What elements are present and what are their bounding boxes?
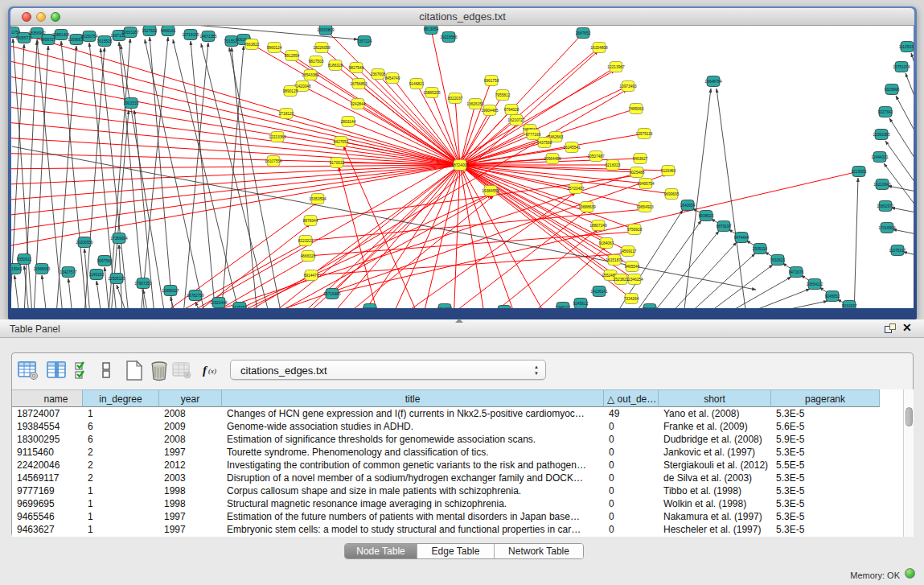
cell-pagerank[interactable]: 5.3E-5 (771, 484, 880, 497)
cell-pagerank[interactable]: 5.6E-5 (771, 420, 880, 433)
scrollbar-thumb[interactable] (906, 407, 913, 426)
cell-out_de[interactable]: 0 (604, 484, 659, 497)
panel-divider-handle[interactable] (455, 319, 463, 323)
cell-title[interactable]: Genome-wide association studies in ADHD. (222, 420, 604, 433)
cell-in_degree[interactable]: 1 (83, 523, 159, 536)
table-row[interactable]: 1830029562008Estimation of significance … (12, 433, 903, 446)
cell-pagerank[interactable]: 5.3E-5 (771, 407, 880, 420)
column-header-title[interactable]: title (222, 389, 604, 407)
table-row[interactable]: 1872400712008Changes of HCN gene express… (12, 407, 903, 420)
graph-node[interactable] (498, 306, 511, 309)
cell-year[interactable]: 1998 (159, 484, 222, 497)
column-header-short[interactable]: short (659, 389, 771, 407)
cell-in_degree[interactable]: 1 (83, 497, 159, 510)
cell-out_de[interactable]: 0 (604, 497, 659, 510)
tab-edge-table[interactable]: Edge Table (417, 544, 495, 558)
cell-title[interactable]: Estimation of the future numbers of pati… (222, 510, 604, 523)
cell-year[interactable]: 2008 (159, 433, 222, 446)
cell-in_degree[interactable]: 1 (83, 484, 159, 497)
cell-out_de[interactable]: 49 (604, 407, 659, 420)
select-columns-icon[interactable] (74, 360, 92, 384)
vertical-scrollbar[interactable] (903, 389, 914, 537)
cell-out_de[interactable]: 0 (604, 523, 659, 536)
cell-short[interactable]: Wolkin et al. (1998) (659, 497, 771, 510)
function-builder-icon[interactable]: f(x) (201, 360, 222, 384)
table-row[interactable]: 946554611997Estimation of the future num… (12, 510, 903, 523)
cell-year[interactable]: 1997 (159, 510, 222, 523)
row-height-icon[interactable] (101, 360, 112, 384)
cell-name[interactable]: 22420046 (12, 459, 83, 472)
column-header-in_degree[interactable]: in_degree (83, 389, 159, 407)
cell-year[interactable]: 1998 (159, 497, 222, 510)
cell-pagerank[interactable]: 5.5E-5 (771, 459, 880, 472)
cell-year[interactable]: 2008 (159, 407, 222, 420)
table-panel-header[interactable]: Table Panel ✕ (0, 319, 924, 338)
cell-title[interactable]: Tourette syndrome. Phenomenology and cla… (222, 446, 604, 459)
cell-pagerank[interactable]: 5.3E-5 (771, 446, 880, 459)
cell-out_de[interactable]: 0 (604, 420, 659, 433)
column-header-pagerank[interactable]: pagerank (771, 389, 880, 407)
delete-table-icon[interactable] (150, 360, 169, 385)
cell-short[interactable]: Tibbo et al. (1998) (659, 484, 771, 497)
table-row[interactable]: 911546021997Tourette syndrome. Phenomeno… (12, 446, 903, 459)
cell-short[interactable]: Stergiakouli et al. (2012) (659, 459, 771, 472)
cell-in_degree[interactable]: 2 (83, 472, 159, 484)
cell-name[interactable]: 18300295 (12, 433, 83, 446)
cell-pagerank[interactable]: 5.3E-5 (771, 497, 880, 510)
cell-pagerank[interactable]: 5.9E-5 (771, 433, 880, 446)
column-header-name[interactable]: name (12, 389, 83, 407)
cell-year[interactable]: 1997 (159, 446, 222, 459)
cell-out_de[interactable]: 0 (604, 459, 659, 472)
float-panel-icon[interactable] (885, 323, 897, 334)
cell-out_de[interactable]: 0 (604, 446, 659, 459)
cell-in_degree[interactable]: 1 (83, 407, 159, 420)
table-row[interactable]: 2242004622012Investigating the contribut… (12, 459, 903, 472)
cell-in_degree[interactable]: 6 (83, 433, 159, 446)
table-settings-icon[interactable] (18, 360, 39, 384)
cell-title[interactable]: Structural magnetic resonance image aver… (222, 497, 604, 510)
close-panel-icon[interactable]: ✕ (902, 321, 912, 334)
network-canvas[interactable]: 9361754140557141835696298567272089140611… (11, 26, 914, 308)
show-columns-icon[interactable] (47, 360, 67, 384)
cell-pagerank[interactable]: 5.3E-5 (771, 510, 880, 523)
cell-pagerank[interactable]: 5.3E-5 (771, 472, 880, 484)
cell-short[interactable]: Franke et al. (2009) (659, 420, 771, 433)
cell-out_de[interactable]: 0 (604, 472, 659, 484)
tab-node-table[interactable]: Node Table (345, 544, 417, 558)
cell-name[interactable]: 19384554 (12, 420, 83, 433)
cell-out_de[interactable]: 0 (604, 510, 659, 523)
cell-year[interactable]: 2012 (159, 459, 222, 472)
cell-name[interactable]: 9465546 (12, 510, 83, 523)
cell-year[interactable]: 2003 (159, 472, 222, 484)
cell-name[interactable]: 9115460 (12, 446, 83, 459)
cell-name[interactable]: 18724007 (12, 407, 83, 420)
table-row[interactable]: 977716911998Corpus callosum shape and si… (12, 484, 903, 497)
cell-short[interactable]: Dudbridge et al. (2008) (659, 433, 771, 446)
network-view-window[interactable]: citations_edges.txt 93617541405571418356… (8, 6, 917, 319)
cell-in_degree[interactable]: 2 (83, 459, 159, 472)
new-table-icon[interactable] (125, 360, 144, 385)
column-header-year[interactable]: year (159, 389, 222, 407)
window-titlebar[interactable]: citations_edges.txt (10, 8, 914, 26)
table-row[interactable]: 1938455462009Genome-wide association stu… (12, 420, 903, 433)
cell-short[interactable]: Nakamura et al. (1997) (659, 510, 771, 523)
cell-short[interactable]: de Silva et al. (2003) (659, 472, 771, 484)
cell-short[interactable]: Yano et al. (2008) (659, 407, 771, 420)
cell-title[interactable]: Changes of HCN gene expression and I(f) … (222, 407, 604, 420)
cell-title[interactable]: Estimation of significance thresholds fo… (222, 433, 604, 446)
cell-title[interactable]: Corpus callosum shape and size in male p… (222, 484, 604, 497)
table-row[interactable]: 969969511998Structural magnetic resonanc… (12, 497, 903, 510)
cell-name[interactable]: 9777169 (12, 484, 83, 497)
column-header-out_de[interactable]: △ out_de… (604, 389, 659, 407)
table-select-dropdown[interactable]: citations_edges.txt ▲▼ (230, 360, 546, 380)
cell-name[interactable]: 14569117 (12, 472, 83, 484)
cell-title[interactable]: Embryonic stem cells: a model to study s… (222, 523, 604, 536)
cell-name[interactable]: 9699695 (12, 497, 83, 510)
cell-in_degree[interactable]: 6 (83, 420, 159, 433)
cell-title[interactable]: Disruption of a novel member of a sodium… (222, 472, 604, 484)
cell-short[interactable]: Jankovic et al. (1997) (659, 446, 771, 459)
cell-year[interactable]: 1997 (159, 523, 222, 536)
cell-in_degree[interactable]: 2 (83, 446, 159, 459)
tab-network-table[interactable]: Network Table (495, 544, 583, 558)
table-row[interactable]: 946362711997Embryonic stem cells: a mode… (12, 523, 903, 536)
